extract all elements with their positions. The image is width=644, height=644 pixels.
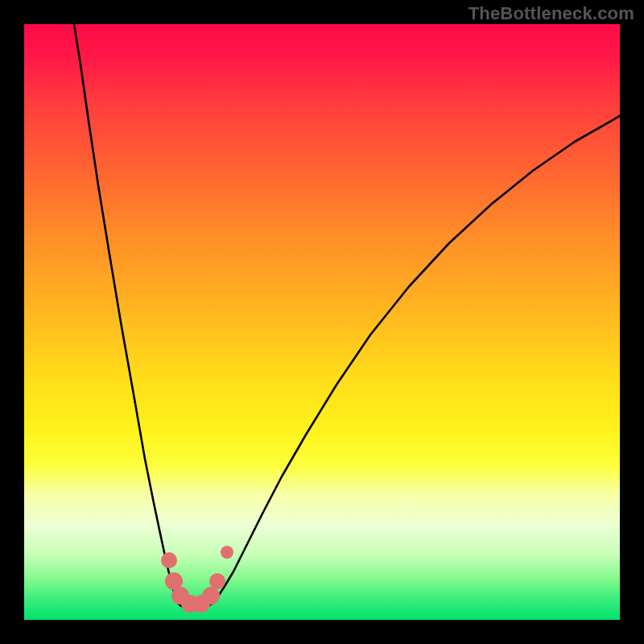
- chart-frame: TheBottleneck.com: [0, 0, 644, 644]
- plot-area: [24, 24, 620, 620]
- valley-marker: [161, 552, 177, 568]
- watermark-text: TheBottleneck.com: [469, 3, 634, 24]
- valley-marker: [209, 573, 225, 589]
- bottleneck-curve: [74, 24, 620, 609]
- curve-svg: [24, 24, 620, 620]
- valley-marker: [221, 546, 233, 559]
- valley-marker: [202, 587, 220, 605]
- valley-marker-group: [161, 546, 233, 613]
